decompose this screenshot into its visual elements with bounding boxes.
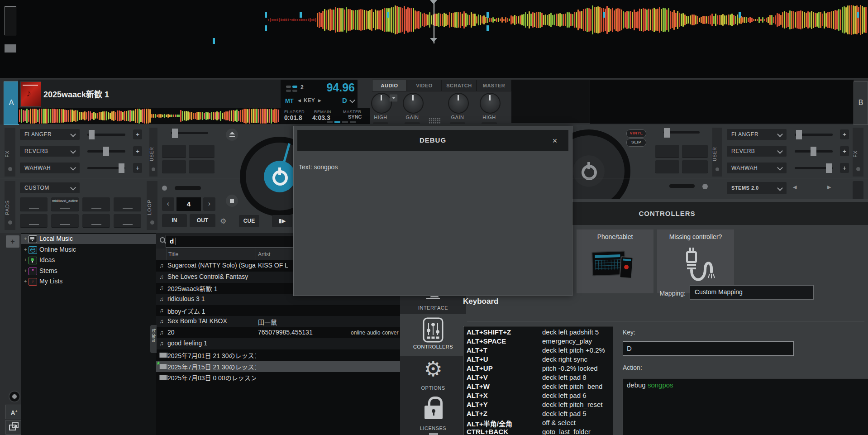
close-icon[interactable]: ×	[549, 135, 560, 146]
mixer-knob-high-0[interactable]	[371, 93, 392, 114]
rhythm-wave-panel[interactable]	[0, 0, 868, 78]
font-size-button[interactable]: A+	[5, 405, 23, 419]
deck-b-fx-slot-1-dropdown[interactable]: FLANGER	[727, 129, 787, 140]
shortcut-row[interactable]: ALT+半角/全角off & select	[463, 419, 612, 428]
performance-pad[interactable]: miditovst_active	[51, 197, 79, 211]
cue-tick[interactable]	[739, 12, 741, 18]
deck-b-fx-slider-3-handle[interactable]	[826, 163, 832, 173]
shortcut-row[interactable]: ALT+Ydeck left pitch_reset	[463, 401, 612, 410]
column-title[interactable]: Title	[168, 251, 178, 258]
shortcut-row[interactable]: ALT+Tdeck left pitch +0.2%	[463, 346, 612, 355]
cue-tick[interactable]	[486, 12, 489, 18]
fx-add-button-3[interactable]: +	[133, 163, 142, 173]
mixer-tab-audio[interactable]: AUDIO	[372, 80, 407, 91]
stems-next-arrow[interactable]: ▶	[827, 184, 831, 190]
cue-tick[interactable]	[213, 38, 215, 44]
stems-dropdown[interactable]: STEMS 2.0	[727, 182, 787, 194]
stems-prev-arrow[interactable]: ◀	[793, 184, 796, 190]
user-pad[interactable]	[162, 145, 186, 158]
expand-plus-icon[interactable]: +	[24, 247, 27, 252]
performance-pad[interactable]	[82, 197, 110, 211]
track-list-scrollbar[interactable]	[384, 295, 384, 435]
loop-double-button[interactable]: ›	[203, 197, 215, 211]
expand-plus-icon[interactable]: +	[24, 236, 27, 241]
deck-a-waveform-strip[interactable]	[18, 108, 281, 124]
user-pad[interactable]	[189, 160, 215, 173]
user-pad[interactable]	[162, 160, 186, 173]
shortcut-row[interactable]: CTRL+BACKgoto_last_folder	[463, 428, 612, 435]
shortcut-list[interactable]: ALT+SHIFT+Zdeck left padshift 5ALT+SPACE…	[463, 326, 613, 435]
shortcut-row[interactable]: ALT+UPpitch -0.2% locked	[463, 364, 612, 373]
cue-tick[interactable]	[387, 12, 389, 18]
play-pause-button[interactable]: ▮▶	[272, 215, 292, 227]
deck-b-user-slider-handle[interactable]	[664, 128, 670, 138]
action-field-input[interactable]: debug songpos	[623, 378, 868, 435]
track-row[interactable]: ♫good feeling 1	[156, 338, 400, 349]
sidebar-item-my-lists[interactable]: +♪My Lists	[21, 277, 156, 287]
add-folder-button[interactable]: +	[6, 235, 19, 248]
missing-controller-card[interactable]: Missing controller?	[657, 229, 734, 293]
mixer-tab-master[interactable]: MASTER	[477, 80, 511, 91]
user-slider-handle[interactable]	[172, 129, 178, 138]
deck-b-fx-slot-2-dropdown[interactable]: REVERB	[727, 146, 787, 157]
mixer-tab-scratch[interactable]: SCRATCH	[442, 80, 477, 91]
loop-in-button[interactable]: IN	[162, 214, 187, 227]
deck-a-tab[interactable]: A	[4, 81, 19, 125]
performance-pad[interactable]	[82, 214, 110, 228]
pads-page-dropdown[interactable]: CUSTOM	[20, 182, 80, 193]
fx-add-button-1[interactable]: +	[133, 129, 142, 139]
key-up-arrow[interactable]: ▶	[318, 98, 321, 103]
loop-settings-gear-icon[interactable]: ⚙	[220, 217, 226, 225]
stop-button[interactable]	[226, 195, 238, 207]
deck-b-fx-add-button-1[interactable]: +	[840, 129, 849, 139]
expand-plus-icon[interactable]: +	[24, 268, 27, 273]
cue-tick[interactable]	[300, 12, 302, 18]
phone-tablet-card[interactable]: Phone/tablet	[577, 229, 653, 293]
fx-slot-3-dropdown[interactable]: WAHWAH	[20, 163, 80, 173]
deck-b-fx-add-button-2[interactable]: +	[840, 146, 849, 156]
sidebar-item-interface[interactable]: INTERFACE	[400, 305, 466, 311]
sidebar-item-stems[interactable]: +*Stems	[21, 266, 156, 276]
bpm-value[interactable]: 94.96	[310, 81, 355, 94]
mixer-knob-high-3[interactable]	[480, 93, 501, 114]
cue-tick[interactable]	[857, 12, 859, 18]
sidebar-item-licenses[interactable]: LICENSES	[400, 425, 466, 431]
loop-half-button[interactable]: ‹	[162, 197, 174, 211]
shortcut-row[interactable]: ALT+Wdeck left pitch_bend	[463, 382, 612, 392]
fx-slot-1-dropdown[interactable]: FLANGER	[20, 129, 80, 140]
eq-dropdown-icon[interactable]	[390, 95, 397, 101]
folders-side-tab[interactable]: folders	[150, 325, 157, 353]
track-row[interactable]: 2025年7月01日 21 30のレッスン	[156, 349, 400, 361]
mixer-tab-video[interactable]: VIDEO	[407, 80, 442, 91]
deck-b-tab[interactable]: B	[854, 81, 868, 125]
fx-slider-1-handle[interactable]	[89, 130, 95, 139]
track-row[interactable]: ♫20765079985.455131online-audio-conver	[156, 327, 400, 339]
loop-mini-slider[interactable]	[175, 186, 201, 190]
shortcut-row[interactable]: ALT+Udeck right sync	[463, 355, 612, 364]
sync-button[interactable]: SYNC	[348, 114, 362, 120]
popout-window-button[interactable]	[5, 420, 23, 435]
mt-button[interactable]: MT	[285, 97, 294, 104]
performance-pad[interactable]	[20, 197, 48, 211]
debug-dialog-titlebar[interactable]: DEBUG ×	[297, 130, 568, 151]
user-pad[interactable]	[189, 145, 215, 158]
performance-pad[interactable]	[51, 214, 79, 228]
shortcut-row[interactable]: ALT+Xdeck left pad 6	[463, 392, 612, 401]
deck-b-fx-slider-1-handle[interactable]	[796, 130, 802, 139]
deck-b-user-pad[interactable]	[682, 145, 708, 158]
deck-b-user-pad[interactable]	[682, 160, 708, 173]
performance-pad[interactable]	[20, 214, 48, 228]
sidebar-item-ideas[interactable]: +Ideas	[21, 255, 156, 265]
deck-b-fx-slider-2-handle[interactable]	[811, 147, 816, 156]
expand-plus-icon[interactable]: +	[24, 278, 27, 284]
deck-b-partial-pad[interactable]	[853, 181, 863, 201]
expand-plus-icon[interactable]: +	[24, 257, 27, 263]
cue-tick[interactable]	[603, 12, 605, 18]
key-down-arrow[interactable]: ◀	[298, 98, 301, 103]
track-row[interactable]: ★2025年7月15日 21 30のレッスン	[156, 361, 400, 372]
fx-slider-3-handle[interactable]	[119, 163, 124, 173]
deck-a-key-value[interactable]: D	[342, 96, 347, 104]
mixer-knob-gain-2[interactable]	[448, 93, 469, 114]
deck-b-fx-add-button-3[interactable]: +	[840, 163, 849, 173]
cue-tick[interactable]	[486, 25, 489, 31]
